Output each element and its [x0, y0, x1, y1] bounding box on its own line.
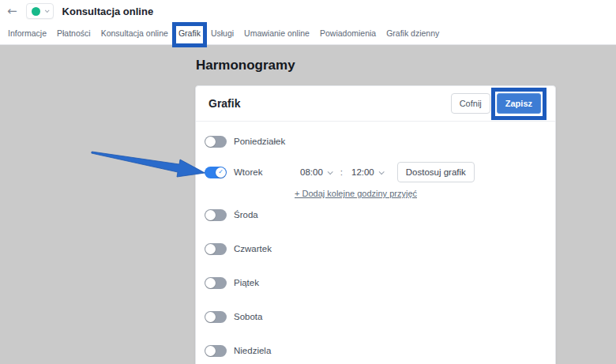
- day-row-sobota: ✓ Sobota: [205, 310, 543, 323]
- toggle-sobota[interactable]: ✓: [205, 311, 227, 323]
- day-label: Niedziela: [234, 346, 271, 355]
- toggle-niedziela[interactable]: ✓: [205, 345, 227, 357]
- top-header-bar: ← Konsultacja online: [0, 0, 616, 22]
- day-row-wtorek: ✓ Wtorek 08:00 : 12:00 Dostosuj grafik: [205, 162, 543, 182]
- adjust-schedule-button[interactable]: Dostosuj grafik: [397, 162, 475, 182]
- tab-konsultacja-online[interactable]: Konsultacja online: [101, 28, 168, 38]
- chevron-down-icon: [378, 169, 384, 174]
- day-label: Wtorek: [234, 167, 294, 177]
- section-heading: Harmonogramy: [196, 58, 295, 73]
- add-hours-row: + Dodaj kolejne godziny przyjęć: [205, 182, 543, 208]
- day-row-czwartek: ✓ Czwartek: [205, 242, 543, 255]
- tab-umawianie-online[interactable]: Umawianie online: [244, 28, 310, 38]
- start-time-value: 08:00: [300, 167, 323, 177]
- day-label: Sobota: [234, 312, 262, 321]
- add-more-hours-link[interactable]: + Dodaj kolejne godziny przyjęć: [295, 189, 417, 198]
- day-label: Czwartek: [234, 244, 272, 253]
- pointer-arrow-annotation: [85, 145, 212, 189]
- day-row-poniedzialek: ✓ Poniedziałek: [205, 135, 543, 148]
- cancel-button[interactable]: Cofnij: [451, 93, 490, 114]
- day-row-sroda: ✓ Środa: [205, 208, 543, 221]
- toggle-sroda[interactable]: ✓: [205, 209, 227, 221]
- tab-informacje[interactable]: Informacje: [8, 28, 47, 38]
- day-row-niedziela: ✓ Niedziela: [205, 344, 543, 357]
- card-header: Grafik Cofnij Zapisz: [196, 86, 555, 122]
- start-time-select[interactable]: 08:00: [300, 167, 332, 177]
- toggle-wtorek[interactable]: ✓: [205, 167, 227, 178]
- end-time-select[interactable]: 12:00: [351, 167, 383, 177]
- day-toggle-list: ✓ Poniedziałek ✓ Wtorek 08:00 : 12:00 Do…: [196, 122, 555, 357]
- save-button[interactable]: Zapisz: [497, 93, 541, 114]
- account-status-dropdown[interactable]: [26, 3, 54, 19]
- card-title: Grafik: [208, 97, 240, 110]
- tab-platnosci[interactable]: Płatności: [57, 28, 91, 38]
- end-time-value: 12:00: [351, 167, 374, 177]
- day-row-piatek: ✓ Piątek: [205, 276, 543, 289]
- toggle-piatek[interactable]: ✓: [205, 277, 227, 289]
- tab-grafik[interactable]: Grafik: [178, 28, 201, 38]
- toggle-czwartek[interactable]: ✓: [205, 243, 227, 255]
- back-arrow-icon[interactable]: ←: [7, 6, 17, 17]
- toggle-poniedzialek[interactable]: ✓: [205, 136, 227, 148]
- schedule-card: Grafik Cofnij Zapisz ✓ Poniedziałek ✓ Wt…: [195, 85, 556, 364]
- tab-uslugi[interactable]: Usługi: [211, 28, 234, 38]
- time-separator: :: [340, 167, 343, 177]
- day-label: Środa: [234, 210, 258, 220]
- tab-powiadomienia[interactable]: Powiadomienia: [320, 28, 376, 38]
- tab-grafik-dzienny[interactable]: Grafik dzienny: [386, 28, 439, 38]
- check-icon: ✓: [218, 169, 223, 175]
- page-title: Konsultacja online: [62, 6, 154, 17]
- chevron-down-icon: [327, 169, 332, 174]
- tab-bar: Informacje Płatności Konsultacja online …: [0, 22, 616, 45]
- status-dot-icon: [32, 7, 40, 16]
- day-label: Poniedziałek: [234, 137, 285, 146]
- chevron-down-icon: [44, 8, 49, 13]
- day-label: Piątek: [234, 278, 259, 287]
- tab-grafik-label: Grafik: [178, 28, 201, 38]
